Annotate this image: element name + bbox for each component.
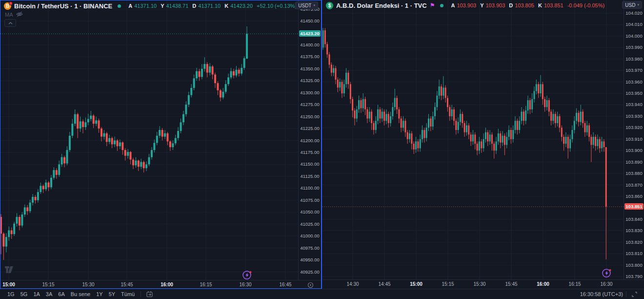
ohlc-value: 41438.71 [166,3,188,9]
toolbar-divider [626,291,626,297]
btc-legend: B Bitcoin / TetherUS · 1 · BINANCE A4137… [4,2,297,10]
btc-time-axis[interactable]: 15:0015:1515:3015:4516:0016:1516:3016:45 [0,280,321,289]
bitcoin-icon: B [4,2,11,10]
bottom-toolbar: 1G5G1A3A6ABu sene1Y5YTümü 16:30:58 (UTC+… [0,289,644,299]
price-tick-label: 103.960 [624,79,644,85]
time-tick-label: 16:15 [566,281,584,287]
tradingview-logo [5,266,16,275]
ohlc-label: Y [161,3,164,9]
range-button-bu-sene[interactable]: Bu sene [68,290,93,298]
price-tick-label: 41150.00 [299,161,321,167]
clock[interactable]: 16:30:58 (UTC+3) [580,291,623,297]
price-tick-label: 104.010 [624,21,644,27]
price-tick-label: 103.860 [624,193,644,199]
range-button-1y[interactable]: 1Y [93,290,105,298]
range-button-5g[interactable]: 5G [18,290,31,298]
time-tick-label: 16:15 [197,282,215,287]
time-tick-label: 16:00 [534,281,552,287]
range-button-tümü[interactable]: Tümü [118,290,138,298]
candles[interactable] [0,26,248,260]
chart-pane-dxy[interactable]: $ A.B.D. Dolar Endeksi · 1 · TVC ⚑ A103.… [322,0,644,289]
price-tick-label: 103.810 [624,251,644,256]
range-button-1a[interactable]: 1A [30,290,42,298]
ohlc-value: 41371.10 [134,3,157,9]
price-tick-label: 104.000 [624,33,644,39]
price-tick-label: 103.980 [624,56,644,62]
dxy-price-axis[interactable]: 104.020104.010104.000103.990103.980103.9… [624,0,644,279]
last-price-badge: 103.851 [624,203,644,210]
price-tick-label: 103.790 [624,274,644,279]
ohlc-value: 41423.20 [230,3,253,9]
price-tick-label: 41050.00 [299,209,321,214]
ohlc-value: 41371.10 [198,3,221,9]
time-tick-label: 16:00 [158,282,176,287]
price-change: +52.10 (+0.13%) [257,3,297,9]
price-tick-label: 103.800 [624,262,644,268]
range-button-1g[interactable]: 1G [4,290,18,298]
ohlc-label: K [538,2,542,8]
chevron-down-icon: ▾ [637,3,639,7]
time-tick-label: 15:30 [80,282,97,287]
ohlc-label: D [509,2,513,8]
time-tick-label: 15:45 [118,282,136,287]
btc-ohlc-values: A41371.10Y41438.71D41371.10K41423.20+52.… [126,3,297,9]
ohlc-value: 103.805 [515,2,534,8]
price-tick-label: 103.900 [624,148,644,153]
time-tick-label: 14:30 [344,281,362,287]
price-tick-label: 103.870 [624,182,644,188]
price-tick-label: 103.990 [624,44,644,50]
dxy-candlestick-chart[interactable] [322,0,624,279]
time-tick-label: 14:45 [376,281,393,287]
indicator-legend: MA [5,11,23,18]
time-tick-label: 15:00 [0,282,18,287]
price-tick-label: 40950.00 [299,257,321,262]
candles[interactable] [322,28,607,259]
currency-dropdown-usdt[interactable]: USDT ▾ [295,1,318,9]
dollar-index-icon: $ [326,2,333,9]
time-tick-label: 16:30 [237,282,254,287]
price-tick-label: 103.920 [624,125,644,130]
btc-candlestick-chart[interactable] [0,0,299,280]
go-to-date-icon[interactable] [144,291,155,298]
dxy-symbol-title[interactable]: A.B.D. Dolar Endeksi · 1 · TVC [336,2,427,9]
tradingview-multichart: B Bitcoin / TetherUS · 1 · BINANCE A4137… [0,0,644,299]
price-tick-label: 103.950 [624,90,644,96]
price-tick-label: 41225.00 [299,126,321,131]
maximize-icon[interactable] [629,291,640,298]
btc-price-axis[interactable]: 41475.0041450.0041400.0041375.0041350.00… [298,0,321,280]
eye-hidden-icon[interactable] [16,11,23,18]
notification-dot [9,1,13,5]
last-price-badge: 41423.20 [299,30,321,37]
time-tick-label: 15:00 [407,281,425,287]
range-buttons: 1G5G1A3A6ABu sene1Y5YTümü [4,290,138,298]
dxy-time-axis[interactable]: 14:3014:4515:0015:1515:3015:4516:0016:15… [322,279,644,289]
btc-symbol-title[interactable]: Bitcoin / TetherUS · 1 · BINANCE [14,2,112,10]
price-tick-label: 103.930 [624,113,644,119]
market-open-dot [118,4,121,8]
range-button-3a[interactable]: 3A [43,290,55,298]
ohlc-label: A [451,2,455,8]
time-tick-label: 15:15 [439,281,457,287]
price-tick-label: 41325.00 [299,78,321,83]
price-change: -0.049 (-0.05%) [567,2,604,8]
flag-icon[interactable]: ⚑ [430,2,435,8]
range-button-6a[interactable]: 6A [55,290,67,298]
chart-pane-btcusdt[interactable]: B Bitcoin / TetherUS · 1 · BINANCE A4137… [0,0,322,289]
price-tick-label: 41100.00 [299,185,321,191]
price-tick-label: 41025.00 [299,221,321,227]
price-tick-label: 41450.00 [299,18,321,23]
price-tick-label: 41200.00 [299,138,321,143]
price-tick-label: 41350.00 [299,66,321,71]
price-tick-label: 41175.00 [299,150,321,155]
collapse-indicators-button[interactable] [4,19,16,27]
time-tick-label: 16:45 [277,282,294,287]
price-tick-label: 104.020 [624,10,644,16]
range-button-5y[interactable]: 5Y [106,290,118,298]
lightning-icon[interactable] [602,268,612,278]
currency-dropdown-usd[interactable]: USD ▾ [622,1,642,9]
ohlc-value: 103.903 [485,2,505,8]
lightning-icon[interactable] [242,270,253,280]
chevron-down-icon: ▾ [313,3,315,7]
time-tick-label: 16:30 [598,281,615,287]
ma-indicator-label: MA [5,12,13,18]
